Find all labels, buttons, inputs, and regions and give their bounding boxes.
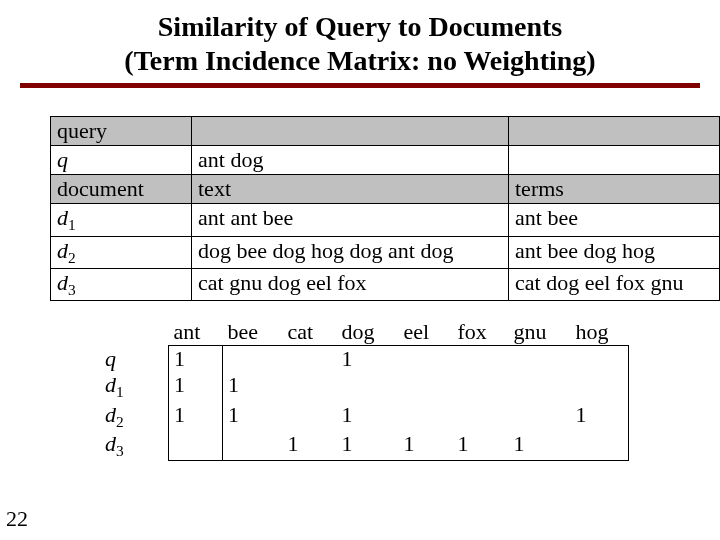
- cell-terms-label: terms: [509, 175, 720, 204]
- hdr-cat: cat: [283, 319, 337, 346]
- cell: 1: [453, 431, 509, 460]
- hdr-hog: hog: [571, 319, 629, 346]
- cell: [571, 346, 629, 373]
- cell: [223, 346, 283, 373]
- row-label-d2: d2: [100, 402, 169, 431]
- cell: [399, 402, 453, 431]
- table-row: d3 cat gnu dog eel fox cat dog eel fox g…: [51, 268, 720, 300]
- row-label-d1: d1: [100, 372, 169, 401]
- cell: 1: [571, 402, 629, 431]
- matrix-header: ant bee cat dog eel fox gnu hog: [100, 319, 629, 346]
- cell-d3: d3: [51, 268, 192, 300]
- cell: [399, 346, 453, 373]
- cell: [283, 346, 337, 373]
- cell: 1: [399, 431, 453, 460]
- matrix-row-d2: d2 1 1 1 1: [100, 402, 629, 431]
- cell: [453, 346, 509, 373]
- cell: [337, 372, 399, 401]
- cell: [509, 372, 571, 401]
- cell-document-label: document: [51, 175, 192, 204]
- cell-empty: [509, 146, 720, 175]
- hdr-gnu: gnu: [509, 319, 571, 346]
- cell: 1: [337, 402, 399, 431]
- table-row: document text terms: [51, 175, 720, 204]
- cell-empty: [192, 117, 509, 146]
- matrix-row-q: q 1 1: [100, 346, 629, 373]
- table-row: q ant dog: [51, 146, 720, 175]
- cell-empty: [509, 117, 720, 146]
- title-line-2: (Term Incidence Matrix: no Weighting): [0, 44, 720, 78]
- row-label-d3: d3: [100, 431, 169, 460]
- hdr-bee: bee: [223, 319, 283, 346]
- cell-d2-text: dog bee dog hog dog ant dog: [192, 236, 509, 268]
- hdr-fox: fox: [453, 319, 509, 346]
- cell: [169, 431, 223, 460]
- cell-text-label: text: [192, 175, 509, 204]
- cell: [283, 402, 337, 431]
- hdr-dog: dog: [337, 319, 399, 346]
- cell: 1: [283, 431, 337, 460]
- cell-q: q: [51, 146, 192, 175]
- matrix-row-d1: d1 1 1: [100, 372, 629, 401]
- cell: 1: [337, 431, 399, 460]
- cell: [453, 402, 509, 431]
- cell: 1: [223, 372, 283, 401]
- table-row: d2 dog bee dog hog dog ant dog ant bee d…: [51, 236, 720, 268]
- slide-title: Similarity of Query to Documents (Term I…: [0, 0, 720, 77]
- cell: [509, 346, 571, 373]
- cell: 1: [169, 346, 223, 373]
- cell-d1-text: ant ant bee: [192, 204, 509, 236]
- cell-query-label: query: [51, 117, 192, 146]
- cell: [571, 431, 629, 460]
- table-row: d1 ant ant bee ant bee: [51, 204, 720, 236]
- hdr-ant: ant: [169, 319, 223, 346]
- cell: [571, 372, 629, 401]
- page-number: 22: [6, 506, 28, 532]
- cell: 1: [223, 402, 283, 431]
- title-line-1: Similarity of Query to Documents: [0, 10, 720, 44]
- cell: [223, 431, 283, 460]
- hdr-eel: eel: [399, 319, 453, 346]
- incidence-matrix: ant bee cat dog eel fox gnu hog q 1 1 d1…: [100, 319, 720, 461]
- cell: [509, 402, 571, 431]
- row-label-q: q: [100, 346, 169, 373]
- cell-q-text: ant dog: [192, 146, 509, 175]
- cell-d2: d2: [51, 236, 192, 268]
- cell-d1-terms: ant bee: [509, 204, 720, 236]
- cell: 1: [509, 431, 571, 460]
- cell: 1: [337, 346, 399, 373]
- title-rule: [20, 83, 700, 88]
- cell: [453, 372, 509, 401]
- cell-d3-terms: cat dog eel fox gnu: [509, 268, 720, 300]
- cell-d1: d1: [51, 204, 192, 236]
- cell: 1: [169, 402, 223, 431]
- cell: 1: [169, 372, 223, 401]
- cell: [399, 372, 453, 401]
- matrix-row-d3: d3 1 1 1 1 1: [100, 431, 629, 460]
- cell-d2-terms: ant bee dog hog: [509, 236, 720, 268]
- table-row: query: [51, 117, 720, 146]
- cell-d3-text: cat gnu dog eel fox: [192, 268, 509, 300]
- cell: [283, 372, 337, 401]
- documents-table: query q ant dog document text terms d1 a…: [50, 116, 720, 301]
